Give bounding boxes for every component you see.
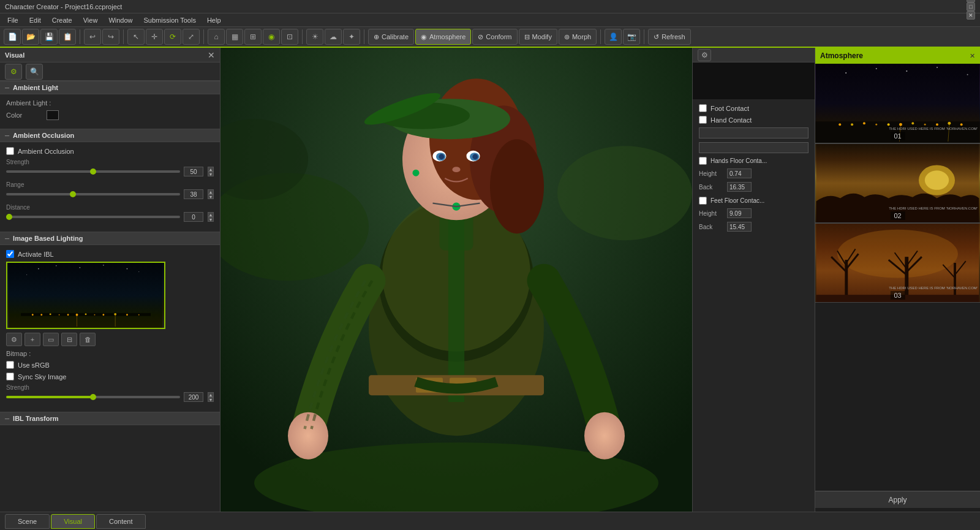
- menu-create[interactable]: Create: [47, 15, 77, 25]
- env-thumbnail-02[interactable]: THE HDRI USED HERE IS FROM 'NORHAVEN.COM…: [815, 143, 980, 223]
- wrap-view-button[interactable]: ⊡: [281, 29, 298, 45]
- ibl-strength-slider[interactable]: [6, 396, 180, 398]
- hands-height-value[interactable]: 0.74: [727, 168, 752, 178]
- grid-view-button[interactable]: ⊞: [244, 29, 262, 45]
- undo-button[interactable]: ↩: [84, 29, 101, 45]
- menu-view[interactable]: View: [78, 15, 103, 25]
- ibl-remove-button[interactable]: ⊟: [61, 333, 77, 346]
- hand-contact-checkbox[interactable]: [699, 116, 707, 124]
- hands-height-row: Height 0.74: [699, 168, 809, 178]
- hands-back-value[interactable]: 16.35: [727, 182, 752, 192]
- scale-button[interactable]: ⤢: [183, 29, 200, 45]
- light3-button[interactable]: ✦: [343, 29, 360, 45]
- use-srgb-checkbox[interactable]: [6, 361, 14, 369]
- ibl-strength-label: Strength: [6, 384, 214, 391]
- ibl-transform-section-header[interactable]: ─ IBL Transform: [0, 412, 220, 425]
- menu-help[interactable]: Help: [202, 15, 226, 25]
- calibrate-button[interactable]: ⊕ Calibrate: [368, 29, 414, 45]
- tab-visual[interactable]: Visual: [51, 514, 95, 529]
- search-icon[interactable]: 🔍: [26, 64, 43, 80]
- env-thumbnail-list: THE HDRI USED HERE IS FROM 'NORHAVEN.COM…: [815, 64, 980, 491]
- move-button[interactable]: ✛: [146, 29, 163, 45]
- ibl-strength-down[interactable]: ▼: [208, 397, 214, 402]
- morph-button[interactable]: ⊚ Morph: [559, 29, 597, 45]
- env-settings-icon[interactable]: ⚙: [698, 49, 711, 61]
- feet-back-value[interactable]: 15.45: [727, 222, 752, 232]
- save-button[interactable]: 💾: [40, 29, 58, 45]
- distance-slider[interactable]: [6, 216, 180, 218]
- ambient-occlusion-checkbox[interactable]: [6, 147, 14, 155]
- foot-contact-checkbox[interactable]: [699, 104, 707, 112]
- atmosphere-button[interactable]: ◉ Atmosphere: [415, 29, 471, 45]
- svg-point-18: [80, 267, 81, 268]
- open-button[interactable]: 📂: [22, 29, 39, 45]
- viewport[interactable]: [221, 48, 692, 512]
- modify-button[interactable]: ⊟ Modify: [519, 29, 557, 45]
- left-panel-close[interactable]: ✕: [208, 50, 215, 60]
- distance-up[interactable]: ▲: [208, 212, 214, 217]
- titlebar-title: Character Creator - Project16.ccproject: [5, 3, 122, 10]
- person-button[interactable]: 👤: [605, 29, 622, 45]
- menu-edit[interactable]: Edit: [24, 15, 46, 25]
- camera-button[interactable]: 📷: [623, 29, 640, 45]
- atmosphere-close-icon[interactable]: ✕: [970, 52, 975, 60]
- modify-label: Modify: [532, 33, 552, 40]
- ibl-remove-bg-button[interactable]: ▭: [43, 333, 59, 346]
- mesh-view-button[interactable]: ▦: [226, 29, 243, 45]
- strength-down[interactable]: ▼: [208, 172, 214, 176]
- empty-input-2[interactable]: [699, 142, 809, 153]
- light-tools: ☀ ☁ ✦: [306, 29, 360, 45]
- svg-point-72: [876, 68, 877, 69]
- ibl-preview[interactable]: [6, 262, 165, 329]
- save-as-button[interactable]: 📋: [59, 29, 76, 45]
- ambient-occlusion-label: Ambient Occlusion: [13, 132, 74, 139]
- env-thumbnail-03[interactable]: THE HDRI USED HERE IS FROM 'NORHAVEN.COM…: [815, 223, 980, 303]
- ibl-toolbar: ⚙ + ▭ ⊟ 🗑: [6, 333, 214, 346]
- strength-slider[interactable]: [6, 170, 180, 173]
- hands-floor-checkbox[interactable]: [699, 157, 707, 165]
- range-up[interactable]: ▲: [208, 189, 214, 194]
- menu-window[interactable]: Window: [104, 15, 137, 25]
- feet-height-value[interactable]: 9.09: [727, 208, 752, 218]
- surface-view-button[interactable]: ◉: [263, 29, 280, 45]
- redo-button[interactable]: ↪: [102, 29, 119, 45]
- activate-ibl-checkbox[interactable]: [6, 250, 14, 258]
- modify-icon: ⊟: [524, 33, 530, 41]
- refresh-button[interactable]: ↺ Refresh: [648, 29, 691, 45]
- ambient-occlusion-section-header[interactable]: ─ Ambient Occlusion: [0, 129, 220, 142]
- range-down[interactable]: ▼: [208, 194, 214, 199]
- menu-submission-tools[interactable]: Submission Tools: [139, 15, 201, 25]
- tab-content[interactable]: Content: [96, 514, 146, 529]
- select-button[interactable]: ↖: [127, 29, 145, 45]
- ibl-section-header[interactable]: ─ Image Based Lighting: [0, 232, 220, 245]
- ambient-light-section-header[interactable]: ─ Ambient Light: [0, 81, 220, 94]
- env-thumbnail-01[interactable]: THE HDRI USED HERE IS FROM 'NORHAVEN.COM…: [815, 64, 980, 143]
- ibl-add-button[interactable]: +: [24, 333, 40, 346]
- light1-button[interactable]: ☀: [306, 29, 323, 45]
- sep7: [644, 29, 644, 44]
- menu-file[interactable]: File: [2, 15, 23, 25]
- home-view-button[interactable]: ⌂: [208, 29, 225, 45]
- ambient-color-swatch[interactable]: [47, 110, 59, 120]
- conform-button[interactable]: ⊘ Conform: [472, 29, 517, 45]
- new-button[interactable]: 📄: [4, 29, 21, 45]
- distance-down[interactable]: ▼: [208, 217, 214, 222]
- rotate-button[interactable]: ⟳: [164, 29, 181, 45]
- ibl-label: Image Based Lighting: [13, 235, 83, 242]
- close-button[interactable]: ✕: [967, 11, 975, 20]
- range-slider[interactable]: [6, 193, 180, 195]
- strength-up[interactable]: ▲: [208, 167, 214, 172]
- feet-floor-checkbox[interactable]: [699, 197, 707, 205]
- ibl-delete-button[interactable]: 🗑: [80, 333, 96, 346]
- tab-scene[interactable]: Scene: [5, 514, 50, 529]
- minimize-button[interactable]: ─: [967, 0, 975, 2]
- maximize-button[interactable]: □: [967, 2, 975, 11]
- visual-icon[interactable]: ⚙: [5, 64, 22, 80]
- ibl-strength-up[interactable]: ▲: [208, 392, 214, 397]
- sync-sky-checkbox[interactable]: [6, 373, 14, 380]
- ibl-settings-button[interactable]: ⚙: [6, 333, 22, 346]
- apply-button[interactable]: Apply: [815, 491, 980, 508]
- light2-button[interactable]: ☁: [325, 29, 342, 45]
- conform-icon: ⊘: [478, 33, 483, 41]
- empty-input-1[interactable]: [699, 127, 809, 138]
